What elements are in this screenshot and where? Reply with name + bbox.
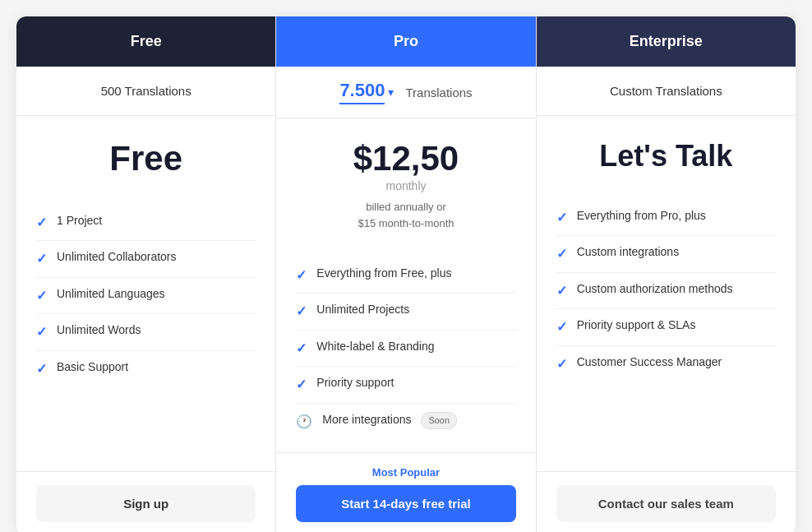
pro-price-billing: billed annually or$15 month-to-month (296, 199, 515, 231)
check-icon: ✓ (556, 355, 567, 373)
enterprise-feature-5: ✓ Customer Success Manager (556, 346, 776, 382)
free-feature-2: ✓ Unlimited Collaborators (36, 241, 256, 277)
pro-translations: 7.500 ▾ Translations (276, 67, 535, 118)
check-icon: ✓ (556, 318, 567, 336)
plan-enterprise: Enterprise Custom Translations Let's Tal… (537, 16, 796, 532)
check-icon: ✓ (556, 245, 567, 263)
pro-feature-1: ✓ Everything from Free, plus (296, 257, 515, 294)
free-feature-4: ✓ Unlimited Words (36, 314, 256, 350)
check-icon: ✓ (556, 282, 567, 300)
pricing-table: Free 500 Translations Free ✓ 1 Project ✓… (16, 16, 796, 532)
check-icon: ✓ (36, 250, 47, 268)
plan-free: Free 500 Translations Free ✓ 1 Project ✓… (16, 16, 276, 532)
pro-feature-4: ✓ Priority support (296, 367, 515, 403)
pro-price-section: $12,50 monthly billed annually or$15 mon… (276, 118, 535, 244)
check-icon: ✓ (36, 360, 47, 378)
enterprise-features-list: ✓ Everything from Pro, plus ✓ Custom int… (537, 187, 796, 471)
free-feature-5: ✓ Basic Support (36, 351, 256, 386)
free-translations: 500 Translations (16, 67, 275, 116)
free-signup-button[interactable]: Sign up (36, 485, 256, 522)
translations-label: Translations (405, 86, 472, 99)
translations-number: 7.500 (339, 80, 385, 104)
enterprise-feature-3: ✓ Custom authorization methods (556, 273, 776, 309)
pro-price: $12,50 (296, 141, 515, 176)
free-plan-header: Free (16, 16, 275, 67)
enterprise-translations: Custom Translations (537, 67, 796, 116)
free-feature-3: ✓ Unlimited Languages (36, 278, 256, 314)
check-icon: ✓ (296, 376, 307, 394)
check-icon: ✓ (296, 266, 307, 285)
pro-plan-header: Pro (276, 16, 535, 67)
clock-icon: 🕐 (296, 413, 312, 431)
free-feature-1: ✓ 1 Project (36, 205, 256, 241)
pro-plan-action: Most Popular Start 14-days free trial (276, 452, 535, 532)
enterprise-price-section: Let's Talk (537, 116, 796, 187)
translations-dropdown-icon[interactable]: ▾ (388, 86, 394, 99)
pro-feature-5: 🕐 More integrations Soon (296, 404, 515, 439)
free-plan-action: Sign up (16, 471, 275, 532)
pro-cta-button[interactable]: Start 14-days free trial (296, 485, 515, 522)
enterprise-plan-action: Contact our sales team (537, 471, 796, 532)
check-icon: ✓ (556, 209, 567, 227)
enterprise-cta-button[interactable]: Contact our sales team (556, 485, 776, 522)
free-plan-title: Free (131, 33, 162, 49)
pro-features-list: ✓ Everything from Free, plus ✓ Unlimited… (276, 244, 535, 452)
enterprise-feature-2: ✓ Custom integrations (556, 236, 776, 272)
soon-badge: Soon (421, 412, 457, 429)
enterprise-plan-header: Enterprise (537, 16, 796, 67)
free-features-list: ✓ 1 Project ✓ Unlimited Collaborators ✓ … (16, 192, 275, 471)
pro-price-period: monthly (296, 179, 515, 192)
enterprise-feature-1: ✓ Everything from Pro, plus (556, 200, 776, 236)
enterprise-plan-title: Enterprise (630, 33, 703, 49)
enterprise-feature-4: ✓ Priority support & SLAs (556, 309, 776, 345)
pro-plan-title: Pro (394, 33, 418, 49)
free-price-section: Free (16, 116, 275, 192)
pro-feature-2: ✓ Unlimited Projects (296, 294, 515, 330)
free-price-large: Free (36, 139, 256, 178)
plan-pro: Pro 7.500 ▾ Translations $12,50 monthly … (276, 16, 536, 532)
enterprise-price-large: Let's Talk (556, 139, 776, 173)
check-icon: ✓ (36, 287, 47, 305)
check-icon: ✓ (296, 340, 307, 358)
translations-selector[interactable]: 7.500 ▾ (339, 80, 394, 104)
check-icon: ✓ (36, 214, 47, 232)
check-icon: ✓ (36, 323, 47, 341)
check-icon: ✓ (296, 303, 307, 321)
pro-feature-3: ✓ White-label & Branding (296, 331, 515, 367)
popular-label: Most Popular (296, 466, 515, 479)
